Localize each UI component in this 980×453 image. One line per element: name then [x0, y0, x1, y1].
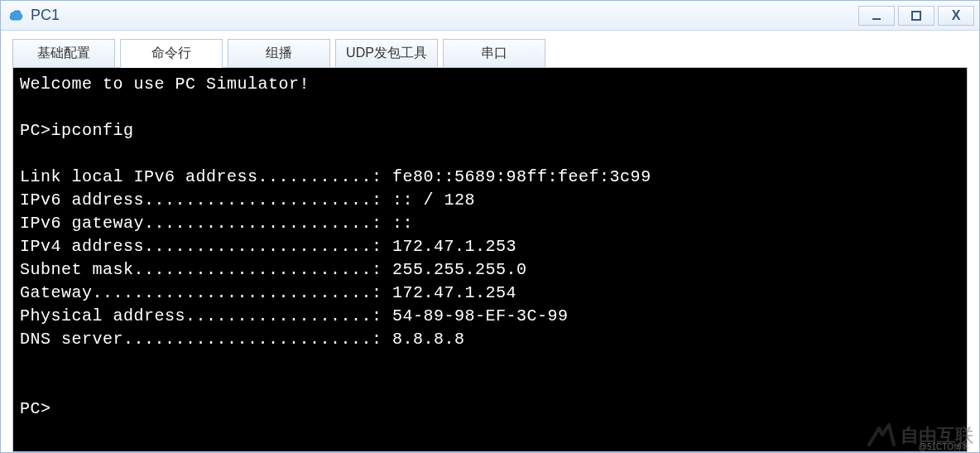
subnet-label: Subnet mask.......................:: [20, 260, 392, 279]
window-controls: X: [858, 6, 974, 26]
ipv6gw-label: IPv6 gateway......................:: [20, 214, 392, 233]
terminal-prompt-empty: PC>: [20, 399, 51, 418]
ipv6gw-value: ::: [392, 214, 413, 233]
linklocal-label: Link local IPv6 address...........:: [20, 167, 392, 186]
watermark-icon: [866, 423, 896, 448]
tab-command-line[interactable]: 命令行: [120, 39, 223, 68]
dns-label: DNS server........................:: [20, 330, 392, 349]
gateway-value: 172.47.1.254: [392, 283, 516, 302]
terminal-output[interactable]: Welcome to use PC Simulator! PC>ipconfig…: [12, 67, 968, 452]
window-title: PC1: [31, 7, 858, 24]
content-area: 基础配置 命令行 组播 UDP发包工具 串口 Welcome to use PC…: [1, 31, 979, 452]
ipv4addr-value: 172.47.1.253: [392, 237, 516, 256]
terminal-welcome: Welcome to use PC Simulator!: [20, 75, 310, 94]
maximize-button[interactable]: [898, 6, 934, 26]
tab-udp-tool[interactable]: UDP发包工具: [335, 39, 438, 68]
watermark-sub: @51CTO博客: [919, 441, 970, 453]
subnet-value: 255.255.255.0: [392, 260, 527, 279]
tab-multicast[interactable]: 组播: [228, 39, 330, 68]
close-icon: X: [952, 8, 961, 23]
terminal-prompt-ipconfig: PC>ipconfig: [20, 121, 134, 140]
titlebar: PC1 X: [1, 1, 979, 31]
svg-rect-1: [912, 12, 920, 20]
app-window: PC1 X 基础配置 命令行 组播 UDP发包工具 串口 Welcome to …: [0, 0, 980, 453]
tab-serial[interactable]: 串口: [443, 39, 545, 68]
mac-value: 54-89-98-EF-3C-99: [392, 306, 569, 325]
ipv6addr-label: IPv6 address......................:: [20, 190, 392, 210]
minimize-icon: [871, 10, 882, 22]
tab-bar: 基础配置 命令行 组播 UDP发包工具 串口: [12, 39, 968, 68]
dns-value: 8.8.8.8: [392, 330, 465, 349]
close-button[interactable]: X: [938, 6, 974, 26]
app-icon: [7, 7, 24, 24]
linklocal-value: fe80::5689:98ff:feef:3c99: [392, 167, 651, 186]
maximize-icon: [910, 10, 922, 22]
gateway-label: Gateway...........................:: [20, 283, 392, 302]
ipv6addr-value: :: / 128: [392, 190, 475, 210]
ipv4addr-label: IPv4 address......................:: [20, 237, 392, 256]
tab-basic-config[interactable]: 基础配置: [12, 39, 115, 68]
mac-label: Physical address..................:: [20, 306, 392, 325]
minimize-button[interactable]: [858, 6, 895, 26]
